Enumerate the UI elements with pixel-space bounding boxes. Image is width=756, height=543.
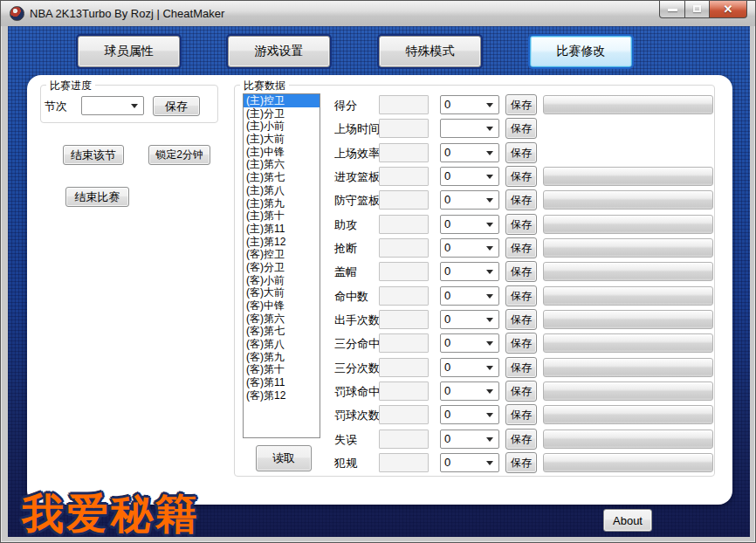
stat-save-button[interactable]: 保存 — [505, 166, 537, 187]
stat-select-value: 0 — [444, 98, 450, 111]
stat-select[interactable]: 0 — [440, 286, 499, 306]
stat-select[interactable]: 0 — [440, 143, 499, 162]
stat-input[interactable] — [379, 286, 429, 306]
stat-input[interactable] — [379, 381, 429, 401]
stat-select[interactable]: 0 — [440, 262, 499, 281]
stat-select[interactable]: 0 — [440, 405, 499, 424]
stat-label: 助攻 — [334, 217, 357, 233]
chevron-down-icon — [486, 437, 493, 442]
list-item[interactable]: (主)第九 — [244, 197, 320, 210]
stat-select[interactable]: 0 — [440, 215, 499, 234]
list-item[interactable]: (主)第12 — [244, 236, 320, 249]
stat-label: 抢断 — [334, 241, 357, 257]
stat-input[interactable] — [379, 262, 429, 281]
stat-save-button[interactable]: 保存 — [505, 142, 537, 163]
stat-input[interactable] — [379, 190, 429, 210]
stat-save-button[interactable]: 保存 — [505, 429, 537, 450]
list-item[interactable]: (客)第六 — [244, 313, 320, 326]
stat-input[interactable] — [379, 215, 429, 234]
list-item[interactable]: (客)第九 — [244, 351, 320, 364]
list-item[interactable]: (主)第11 — [244, 223, 320, 236]
stat-save-button[interactable]: 保存 — [505, 381, 537, 402]
list-item[interactable]: (主)分卫 — [244, 107, 320, 120]
stat-select[interactable]: 0 — [440, 95, 499, 114]
stat-save-button[interactable]: 保存 — [505, 237, 537, 258]
list-item[interactable]: (主)第六 — [244, 158, 320, 171]
stat-select[interactable]: 0 — [440, 358, 499, 377]
read-button[interactable]: 读取 — [256, 445, 312, 471]
list-item[interactable]: (客)分卫 — [244, 261, 320, 274]
player-listbox[interactable]: (主)控卫(主)分卫(主)小前(主)大前(主)中锋(主)第六(主)第七(主)第八… — [243, 93, 320, 438]
list-item[interactable]: (主)第八 — [244, 184, 320, 197]
stat-input[interactable] — [379, 310, 429, 329]
stat-progress-bar — [543, 405, 713, 424]
title-bar[interactable]: NBA 2K13Turbo By Rozj | CheatMaker ✕ — [1, 1, 755, 26]
list-item[interactable]: (主)中锋 — [244, 146, 320, 159]
stat-input[interactable] — [379, 143, 429, 162]
list-item[interactable]: (客)第十 — [244, 363, 320, 376]
stat-select[interactable]: 0 — [440, 333, 499, 353]
list-item[interactable]: (主)小前 — [244, 120, 320, 133]
stat-input[interactable] — [379, 238, 429, 258]
tab-1[interactable]: 球员属性 — [78, 36, 180, 67]
list-item[interactable]: (主)控卫 — [244, 94, 320, 107]
stat-input[interactable] — [379, 119, 429, 138]
stat-select[interactable]: 0 — [440, 453, 499, 472]
stat-save-button[interactable]: 保存 — [505, 189, 537, 210]
stat-input[interactable] — [379, 430, 429, 449]
list-item[interactable]: (客)第12 — [244, 389, 320, 402]
stat-progress-bar — [543, 310, 713, 329]
stat-select[interactable]: 0 — [440, 381, 499, 401]
stat-input[interactable] — [379, 453, 429, 472]
save-quarter-button[interactable]: 保存 — [153, 96, 200, 116]
chevron-down-icon — [131, 104, 138, 108]
list-item[interactable]: (主)第七 — [244, 171, 320, 184]
stat-save-button[interactable]: 保存 — [505, 333, 537, 354]
list-item[interactable]: (客)小前 — [244, 274, 320, 287]
tab-4[interactable]: 比赛修改 — [530, 36, 632, 67]
stat-save-button[interactable]: 保存 — [505, 261, 537, 282]
list-item[interactable]: (客)大前 — [244, 286, 320, 299]
maximize-button[interactable] — [685, 1, 710, 18]
stat-select[interactable]: 0 — [440, 238, 499, 258]
stat-input[interactable] — [379, 333, 429, 353]
list-item[interactable]: (客)控卫 — [244, 248, 320, 261]
stat-progress-bar — [543, 262, 713, 281]
stat-save-button[interactable]: 保存 — [505, 214, 537, 235]
stat-input[interactable] — [379, 405, 429, 424]
chevron-down-icon — [486, 127, 493, 131]
stat-progress-bar — [543, 190, 713, 210]
list-item[interactable]: (客)第八 — [244, 338, 320, 351]
stat-save-button[interactable]: 保存 — [505, 285, 537, 306]
list-item[interactable]: (客)第七 — [244, 325, 320, 338]
end-game-button[interactable]: 结束比赛 — [65, 187, 129, 207]
minimize-button[interactable] — [659, 1, 685, 18]
list-item[interactable]: (主)第十 — [244, 210, 320, 223]
stat-select[interactable]: 0 — [440, 310, 499, 329]
list-item[interactable]: (主)大前 — [244, 133, 320, 146]
stat-progress-bar — [543, 215, 713, 234]
stat-input[interactable] — [379, 95, 429, 114]
stat-save-button[interactable]: 保存 — [505, 94, 537, 115]
tab-3[interactable]: 特殊模式 — [379, 36, 481, 67]
stat-select[interactable]: 0 — [440, 190, 499, 210]
stat-save-button[interactable]: 保存 — [505, 452, 537, 473]
stat-save-button[interactable]: 保存 — [505, 309, 537, 330]
stat-select[interactable] — [440, 119, 499, 138]
about-button[interactable]: About — [603, 509, 652, 532]
stat-label: 防守篮板 — [334, 193, 380, 209]
quarter-select[interactable] — [81, 96, 144, 115]
tab-2[interactable]: 游戏设置 — [228, 36, 330, 67]
stat-select[interactable]: 0 — [440, 167, 499, 186]
end-quarter-button[interactable]: 结束该节 — [63, 145, 124, 165]
stat-select[interactable]: 0 — [440, 430, 499, 449]
stat-input[interactable] — [379, 167, 429, 186]
stat-save-button[interactable]: 保存 — [505, 357, 537, 378]
stat-input[interactable] — [379, 358, 429, 377]
list-item[interactable]: (客)中锋 — [244, 299, 320, 313]
stat-save-button[interactable]: 保存 — [505, 404, 537, 425]
list-item[interactable]: (客)第11 — [244, 376, 320, 389]
lock-2min-button[interactable]: 锁定2分钟 — [148, 145, 210, 165]
close-button[interactable]: ✕ — [710, 1, 747, 18]
stat-save-button[interactable]: 保存 — [505, 118, 537, 139]
